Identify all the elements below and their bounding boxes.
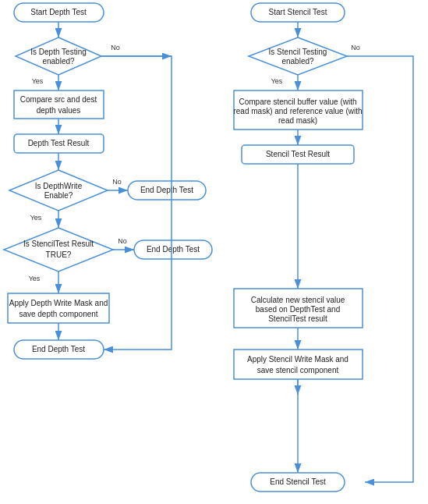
svg-text:Is StencilTest Result: Is StencilTest Result: [23, 240, 94, 248]
is-stenciltest-node: Is StencilTest Result TRUE?: [4, 228, 113, 272]
apply-stencil-write-node: Apply Stencil Write Mask and save stenci…: [234, 350, 363, 379]
svg-text:End Depth Test: End Depth Test: [32, 345, 85, 353]
diagram: Start Depth Test Is Depth Testing enable…: [0, 0, 428, 504]
svg-text:Enable?: Enable?: [44, 191, 73, 200]
svg-text:StencilTest result: StencilTest result: [268, 314, 327, 323]
start-depth-node: Start Depth Test: [14, 3, 104, 22]
is-depth-enabled-node: Is Depth Testing enabled?: [16, 37, 101, 75]
svg-text:Apply Depth Write Mask and: Apply Depth Write Mask and: [9, 299, 108, 307]
end-stencil-test-node: End Stencil Test: [251, 473, 345, 492]
is-depthwrite-node: Is DepthWrite Enable?: [9, 170, 108, 211]
end-depth-test-1-node: End Depth Test: [128, 181, 206, 200]
no-label-stencil-enabled: No: [351, 44, 360, 51]
svg-text:Stencil Test Result: Stencil Test Result: [266, 150, 330, 158]
svg-text:End Depth Test: End Depth Test: [147, 245, 200, 254]
start-depth-label: Start Depth Test: [30, 8, 87, 16]
svg-text:read mask) and reference value: read mask) and reference value (with: [233, 107, 362, 115]
end-depth-test-2-node: End Depth Test: [134, 240, 212, 259]
no-label-stenciltest: No: [118, 237, 127, 245]
yes-label-stencil-enabled: Yes: [271, 77, 283, 85]
no-label-depth: No: [111, 44, 120, 51]
svg-text:Calculate new stencil value: Calculate new stencil value: [251, 296, 345, 304]
svg-text:save stencil component: save stencil component: [257, 366, 339, 374]
yes-label-depthwrite: Yes: [30, 214, 42, 222]
svg-text:Compare stencil buffer value (: Compare stencil buffer value (with: [239, 98, 357, 106]
yes-label-stenciltest: Yes: [29, 275, 41, 282]
svg-text:End Stencil Test: End Stencil Test: [270, 477, 326, 486]
svg-text:save depth component: save depth component: [19, 310, 97, 318]
start-stencil-label: Start Stencil Test: [269, 8, 327, 16]
depth-test-result-node: Depth Test Result: [14, 134, 104, 153]
svg-text:enabled?: enabled?: [281, 57, 314, 66]
svg-text:Is Stencil Testing: Is Stencil Testing: [269, 48, 327, 56]
is-stencil-enabled-node: Is Stencil Testing enabled?: [249, 37, 347, 75]
apply-depth-write-node: Apply Depth Write Mask and save depth co…: [8, 293, 109, 323]
calc-stencil-node: Calculate new stencil value based on Dep…: [234, 289, 363, 328]
svg-text:TRUE?: TRUE?: [46, 250, 72, 259]
svg-text:Apply Stencil Write Mask and: Apply Stencil Write Mask and: [247, 355, 348, 364]
svg-text:Compare src and dest: Compare src and dest: [20, 95, 97, 104]
is-depth-enabled-label: Is Depth Testing: [30, 48, 87, 56]
svg-text:depth values: depth values: [37, 106, 81, 115]
start-stencil-node: Start Stencil Test: [251, 3, 345, 22]
stencil-test-result-node: Stencil Test Result: [242, 145, 354, 164]
depth-test-result-label: Depth Test Result: [28, 139, 90, 147]
svg-text:enabled?: enabled?: [42, 57, 75, 66]
no-label-depthwrite: No: [112, 178, 122, 186]
compare-depth-node: Compare src and dest depth values: [14, 91, 104, 119]
compare-stencil-node: Compare stencil buffer value (with read …: [233, 91, 363, 130]
svg-text:End Depth Test: End Depth Test: [140, 186, 193, 194]
end-depth-test-3-node: End Depth Test: [14, 340, 104, 359]
svg-text:read mask): read mask): [278, 116, 317, 125]
svg-text:based on DepthTest and: based on DepthTest and: [256, 305, 340, 314]
yes-label-depth1: Yes: [32, 77, 44, 85]
svg-text:Is DepthWrite: Is DepthWrite: [35, 182, 83, 190]
